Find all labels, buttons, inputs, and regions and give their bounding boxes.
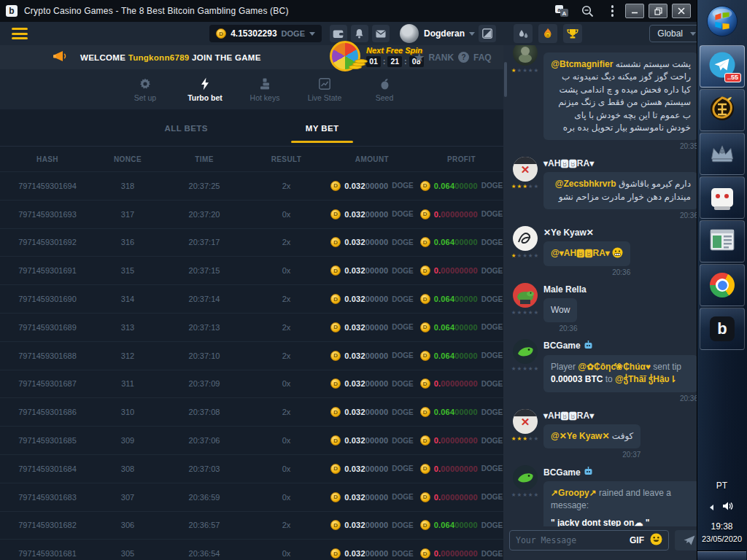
star-icon: ★ — [528, 365, 534, 372]
game-gold[interactable] — [700, 89, 745, 131]
doge-coin-icon: D — [330, 322, 341, 332]
username-label[interactable]: Dogderan — [424, 28, 465, 39]
wallet-button[interactable] — [330, 25, 347, 42]
currency-label: DOGE — [481, 267, 503, 275]
hidden-icons-arrow[interactable] — [710, 505, 713, 510]
date[interactable]: 23/05/2020 — [702, 534, 742, 543]
message-username[interactable]: ✕Ye Kyaw✕ — [543, 228, 703, 238]
result-cell: 2x — [248, 408, 325, 416]
free-spin-widget[interactable]: Next Free Spin 01: 21: 08 — [330, 41, 424, 71]
message-username[interactable]: BCGame — [543, 341, 703, 351]
table-row[interactable]: 797145930169331720:37:200xD0.03200000DOG… — [0, 200, 503, 228]
user-mention[interactable]: @▾AH🅱🅱RA▾ — [551, 248, 610, 258]
tab-seed[interactable]: Seed — [364, 77, 405, 102]
user-mention[interactable]: @✕Ye Kyaw✕ — [551, 431, 610, 441]
close-button[interactable] — [672, 4, 691, 18]
message-username[interactable]: Male Rella — [543, 284, 703, 295]
chrome[interactable] — [700, 264, 745, 306]
time-cell: 20:36:54 — [160, 549, 248, 558]
currency-label: DOGE — [481, 323, 503, 331]
star-icon: ★ — [516, 309, 522, 316]
translate-icon[interactable]: aA — [555, 5, 568, 17]
browser-menu-icon[interactable] — [607, 4, 619, 18]
avatar[interactable] — [513, 45, 538, 66]
emoji-button[interactable] — [650, 533, 662, 548]
amount-cell: D0.03200000DOGE — [325, 322, 419, 332]
nonce-cell: 309 — [95, 436, 160, 445]
profit-cell: D0.00000000DOGE — [419, 265, 503, 276]
faq-link[interactable]: ? FAQ — [458, 52, 492, 63]
avatar[interactable] — [513, 409, 538, 434]
rain-sender[interactable]: ↗Groopy↗ — [551, 488, 597, 498]
hash-cell: 7971459301684 — [0, 464, 95, 473]
table-row[interactable]: 797145930169431820:37:252xD0.03200000DOG… — [0, 171, 503, 200]
message-username[interactable]: ▾AH🅱🅱RA▾ — [543, 411, 703, 421]
doge-coin-icon: D — [330, 464, 341, 474]
minimize-button[interactable] — [625, 4, 644, 18]
table-row[interactable]: 797145930168631020:37:082xD0.03200000DOG… — [0, 397, 503, 426]
gif-button[interactable]: GIF — [630, 535, 644, 545]
profit-cell: D0.06400000DOGE — [419, 351, 503, 361]
chat-message-input[interactable] — [516, 535, 624, 545]
rank-link[interactable]: ★ RANK — [414, 51, 454, 64]
tab-hot-keys[interactable]: Hot keys — [244, 77, 285, 102]
trophy-icon[interactable] — [563, 24, 582, 43]
profit-cell: D0.06400000DOGE — [419, 294, 503, 304]
avatar[interactable] — [513, 465, 538, 490]
avatar[interactable] — [513, 283, 538, 308]
table-row[interactable]: 797145930169231620:37:172xD0.03200000DOG… — [0, 228, 503, 257]
table-row[interactable]: 797145930169131520:37:150xD0.03200000DOG… — [0, 256, 503, 284]
rain-drops-icon[interactable] — [514, 24, 533, 43]
volume-icon[interactable] — [722, 501, 734, 514]
tab-turbo-bet[interactable]: Turbo bet — [185, 77, 225, 102]
column-header: NONCE — [95, 155, 160, 163]
balance-selector[interactable]: D 4.15302293 DOGE — [209, 25, 322, 42]
tab-all-bets[interactable]: ALL BETS — [156, 112, 217, 143]
table-row[interactable]: 797145930168831220:37:102xD0.03200000DOG… — [0, 341, 503, 370]
table-row[interactable]: 797145930168430820:37:030xD0.03200000DOG… — [0, 454, 503, 483]
user-mention[interactable]: @ჭThãĩ ჭHậυ⇂ — [615, 374, 677, 384]
user-mention[interactable]: @✿₵ôηƈ❀₵húα♥ — [578, 362, 651, 372]
tab-label: Hot keys — [250, 93, 280, 102]
tab-live-state[interactable]: Live State — [304, 77, 345, 102]
fire-coin-icon[interactable]: B — [538, 24, 557, 43]
tab-my-bet[interactable]: MY BET — [297, 112, 348, 143]
window-app[interactable] — [700, 220, 745, 262]
crown-app[interactable] — [700, 133, 745, 175]
chat-toggle-button[interactable] — [479, 25, 496, 42]
table-row[interactable]: 797145930168931320:37:132xD0.03200000DOG… — [0, 313, 503, 341]
table-row[interactable]: 797145930169031420:37:142xD0.03200000DOG… — [0, 284, 503, 313]
menu-icon[interactable] — [12, 28, 28, 39]
user-mention[interactable]: @Btcmagnifier — [551, 59, 613, 69]
chat-message: ★★★★★@Btcmagnifier پشت سیستم نشسته راحت … — [511, 52, 703, 150]
zoom-out-icon[interactable] — [581, 5, 594, 18]
doge-coin-icon: D — [330, 407, 341, 417]
avatar[interactable] — [513, 339, 538, 364]
language-indicator[interactable]: PT — [716, 481, 727, 491]
mail-button[interactable] — [372, 25, 390, 42]
notifications-button[interactable] — [351, 25, 368, 42]
table-row[interactable]: 797145930168731120:37:090xD0.03200000DOG… — [0, 370, 503, 398]
bcgame-app[interactable]: b — [700, 308, 745, 350]
dice-app[interactable] — [700, 176, 745, 219]
message-username[interactable]: BCGame — [543, 467, 703, 478]
amount-value: 0.03200000 — [344, 351, 388, 360]
hash-cell: 7971459301685 — [0, 436, 95, 445]
user-mention[interactable]: @Zecsbhkrvrb — [555, 179, 616, 189]
message-bubble: ↗Groopy↗ rained and leave a message:" ja… — [543, 481, 703, 526]
start-button[interactable] — [700, 1, 745, 44]
nonce-cell: 306 — [95, 521, 160, 529]
avatar[interactable] — [513, 226, 538, 251]
table-row[interactable]: 797145930168130520:36:540xD0.03200000DOG… — [0, 539, 503, 560]
chat-region-select[interactable]: Global — [649, 25, 704, 42]
restore-button[interactable] — [649, 4, 667, 18]
table-row[interactable]: 797145930168330720:36:590xD0.03200000DOG… — [0, 483, 503, 511]
table-row[interactable]: 797145930168530920:37:060xD0.03200000DOG… — [0, 426, 503, 454]
show-desktop-button[interactable] — [697, 551, 746, 560]
telegram[interactable]: ..55 — [700, 45, 745, 88]
tab-set-up[interactable]: Set up — [125, 77, 166, 102]
table-row[interactable]: 797145930168230620:36:572xD0.03200000DOG… — [0, 511, 503, 540]
message-username[interactable]: ▾AH🅱🅱RA▾ — [543, 158, 703, 168]
avatar[interactable] — [513, 157, 538, 182]
clock[interactable]: 19:38 — [711, 521, 732, 532]
